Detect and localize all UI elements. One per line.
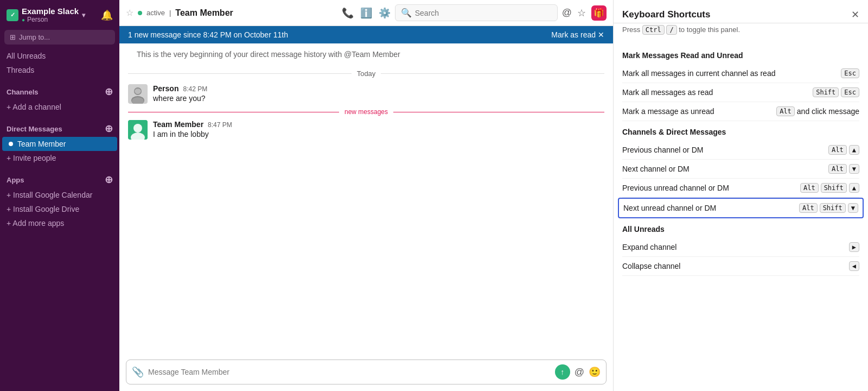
left-key: ◀ [849, 261, 859, 271]
sidebar-item-threads[interactable]: Threads [0, 63, 119, 77]
message-author: Team Member [153, 120, 203, 129]
message-text: where are you? [153, 94, 604, 103]
install-google-drive-item[interactable]: + Install Google Drive [0, 202, 119, 216]
channels-dms-section-title: Channels & Direct Messages [622, 128, 859, 136]
shortcut-keys: Alt ▼ [828, 164, 859, 174]
settings-icon[interactable]: ⚙️ [379, 7, 391, 19]
alt-key: Alt [799, 203, 818, 213]
down-key: ▼ [848, 203, 858, 213]
message-input-area: 📎 ↑ @ 🙂 [119, 355, 613, 391]
shortcut-row-prev-channel: Previous channel or DM Alt ▲ [622, 141, 859, 160]
message-text: I am in the lobby [153, 130, 604, 138]
add-channel-item[interactable]: + Add a channel [0, 100, 119, 114]
topbar-right-icons: @ ☆ 🎁 [562, 5, 607, 21]
gift-icon[interactable]: 🎁 [591, 5, 607, 21]
esc-key: Esc [841, 87, 859, 97]
jump-to-button[interactable]: ⊞ Jump to... [4, 30, 115, 45]
shortcut-row-mark-unread: Mark a message as unread Alt and click m… [622, 102, 859, 121]
new-messages-divider: new messages [128, 106, 604, 118]
channels-section: Channels ⊕ [0, 77, 119, 100]
apps-label: Apps [7, 176, 24, 184]
message-input[interactable] [148, 368, 551, 376]
add-app-button[interactable]: ⊕ [105, 174, 113, 186]
avatar [128, 84, 148, 104]
at-icon[interactable]: @ [562, 7, 572, 18]
workspace-title: Example Slack [22, 7, 79, 16]
workspace-name[interactable]: ✓ Example Slack ● Person ▾ [7, 7, 85, 23]
close-shortcuts-button[interactable]: ✕ [851, 9, 859, 21]
workspace-dropdown-icon: ▾ [82, 11, 85, 19]
esc-key: Esc [841, 68, 859, 78]
mark-as-read-button[interactable]: Mark as read ✕ [551, 30, 604, 39]
install-google-drive-label: + Install Google Drive [7, 205, 79, 213]
shortcut-label: Expand channel [622, 243, 676, 251]
up-key: ▲ [849, 183, 859, 193]
slash-key: / [666, 25, 676, 35]
add-channel-button[interactable]: ⊕ [105, 86, 113, 98]
topbar: ☆ active | Team Member 📞 ℹ️ ⚙️ 🔍 @ ☆ 🎁 [119, 0, 613, 26]
chat-area: 1 new message since 8:42 PM on October 1… [119, 26, 613, 391]
topbar-left: ☆ active | Team Member [126, 8, 337, 18]
shortcut-keys: ▶ [849, 242, 859, 252]
add-channel-label: + Add a channel [7, 103, 61, 111]
dm-active-dot [9, 142, 13, 146]
shortcut-keys: Shift Esc [813, 87, 859, 97]
jump-to-icon: ⊞ [10, 33, 16, 41]
workspace-person: Person [27, 16, 48, 23]
message-header: Team Member 8:47 PM [153, 120, 604, 129]
emoji-icon[interactable]: 🙂 [589, 366, 601, 378]
mark-read-section-title: Mark Messages Read and Unread [622, 51, 859, 60]
banner-text: 1 new message since 8:42 PM on October 1… [128, 30, 288, 39]
star-icon[interactable]: ☆ [126, 8, 133, 18]
message-header: Person 8:42 PM [153, 84, 604, 93]
invite-people-item[interactable]: + Invite people [0, 151, 119, 165]
shortcut-label: Mark all messages as read [622, 88, 713, 97]
message-content: Person 8:42 PM where are you? [153, 84, 604, 104]
shortcut-keys: ◀ [849, 261, 859, 271]
search-input[interactable] [415, 9, 552, 17]
invite-label: + Invite people [7, 154, 56, 162]
sidebar-item-team-member[interactable]: Team Member [2, 137, 117, 151]
search-box[interactable]: 🔍 [395, 4, 558, 21]
shortcut-keys: Alt Shift ▲ [800, 183, 859, 193]
close-banner-icon[interactable]: ✕ [598, 30, 604, 39]
shift-key: Shift [820, 203, 846, 213]
add-more-apps-label: + Add more apps [7, 219, 64, 228]
today-label: Today [357, 70, 376, 78]
mark-as-read-label: Mark as read [551, 30, 596, 39]
shortcuts-header: Keyboard Shortcuts ✕ [614, 0, 868, 23]
subtitle-press: Press [622, 26, 640, 34]
info-icon[interactable]: ℹ️ [360, 7, 372, 19]
sidebar-item-all-unreads[interactable]: All Unreads [0, 49, 119, 63]
sidebar-header: ✓ Example Slack ● Person ▾ 🔔 [0, 0, 119, 28]
chat-history-text: This is the very beginning of your direc… [128, 43, 604, 61]
workspace-label: Example Slack ● Person [22, 7, 79, 23]
shortcut-row-prev-unread: Previous unread channel or DM Alt Shift … [622, 179, 859, 198]
status-separator: | [169, 9, 171, 17]
message-time: 8:47 PM [208, 121, 232, 129]
at-mention-icon[interactable]: @ [575, 367, 584, 378]
alt-key: Alt [828, 164, 847, 174]
shortcut-label: Mark all messages in current channel as … [622, 69, 775, 78]
direct-messages-section: Direct Messages ⊕ [0, 114, 119, 137]
add-more-apps-item[interactable]: + Add more apps [0, 216, 119, 230]
channel-name: Team Member [175, 8, 233, 18]
sidebar: ✓ Example Slack ● Person ▾ 🔔 ⊞ Jump to..… [0, 0, 119, 391]
notification-bell-icon[interactable]: 🔔 [101, 9, 113, 21]
message-time: 8:42 PM [183, 85, 207, 93]
shortcut-keys: Alt ▲ [828, 145, 859, 155]
install-google-calendar-item[interactable]: + Install Google Calendar [0, 188, 119, 202]
shift-key: Shift [821, 183, 847, 193]
new-messages-label: new messages [344, 108, 388, 116]
bookmark-icon[interactable]: ☆ [577, 7, 586, 19]
search-icon: 🔍 [401, 8, 412, 18]
add-dm-button[interactable]: ⊕ [105, 123, 113, 135]
main-content: ☆ active | Team Member 📞 ℹ️ ⚙️ 🔍 @ ☆ 🎁 1… [119, 0, 613, 391]
shortcut-keys: Alt and click message [776, 106, 859, 116]
shortcut-label: Next unread channel or DM [623, 204, 716, 212]
attachment-icon[interactable]: 📎 [132, 366, 144, 378]
send-button[interactable]: ↑ [555, 364, 570, 380]
shortcut-label: Previous channel or DM [622, 146, 703, 154]
down-key: ▼ [849, 164, 859, 174]
phone-icon[interactable]: 📞 [342, 7, 354, 19]
